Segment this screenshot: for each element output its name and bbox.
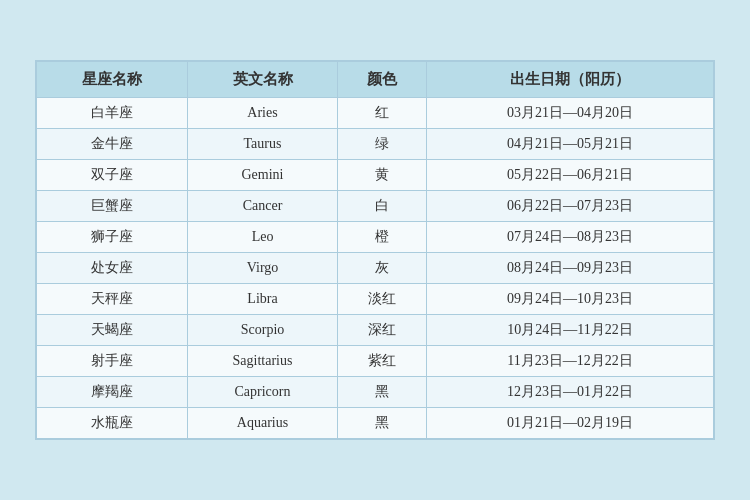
table-row: 摩羯座Capricorn黑12月23日—01月22日 (37, 377, 714, 408)
col-header-dates: 出生日期（阳历） (427, 62, 714, 98)
table-row: 巨蟹座Cancer白06月22日—07月23日 (37, 191, 714, 222)
table-row: 处女座Virgo灰08月24日—09月23日 (37, 253, 714, 284)
cell-zh: 射手座 (37, 346, 188, 377)
cell-dates: 09月24日—10月23日 (427, 284, 714, 315)
cell-dates: 04月21日—05月21日 (427, 129, 714, 160)
table-row: 白羊座Aries红03月21日—04月20日 (37, 98, 714, 129)
cell-en: Gemini (187, 160, 338, 191)
cell-dates: 08月24日—09月23日 (427, 253, 714, 284)
cell-zh: 天蝎座 (37, 315, 188, 346)
table-row: 狮子座Leo橙07月24日—08月23日 (37, 222, 714, 253)
cell-en: Sagittarius (187, 346, 338, 377)
cell-en: Leo (187, 222, 338, 253)
cell-zh: 双子座 (37, 160, 188, 191)
table-header-row: 星座名称 英文名称 颜色 出生日期（阳历） (37, 62, 714, 98)
table-row: 金牛座Taurus绿04月21日—05月21日 (37, 129, 714, 160)
cell-zh: 狮子座 (37, 222, 188, 253)
cell-color: 黑 (338, 377, 427, 408)
col-header-zh: 星座名称 (37, 62, 188, 98)
cell-en: Aquarius (187, 408, 338, 439)
cell-dates: 12月23日—01月22日 (427, 377, 714, 408)
cell-zh: 水瓶座 (37, 408, 188, 439)
cell-dates: 01月21日—02月19日 (427, 408, 714, 439)
table-row: 射手座Sagittarius紫红11月23日—12月22日 (37, 346, 714, 377)
table-row: 水瓶座Aquarius黑01月21日—02月19日 (37, 408, 714, 439)
cell-zh: 天秤座 (37, 284, 188, 315)
table-row: 双子座Gemini黄05月22日—06月21日 (37, 160, 714, 191)
cell-zh: 摩羯座 (37, 377, 188, 408)
cell-zh: 处女座 (37, 253, 188, 284)
cell-dates: 06月22日—07月23日 (427, 191, 714, 222)
cell-zh: 白羊座 (37, 98, 188, 129)
cell-color: 黄 (338, 160, 427, 191)
cell-zh: 金牛座 (37, 129, 188, 160)
cell-en: Capricorn (187, 377, 338, 408)
table-row: 天蝎座Scorpio深红10月24日—11月22日 (37, 315, 714, 346)
cell-color: 绿 (338, 129, 427, 160)
cell-zh: 巨蟹座 (37, 191, 188, 222)
col-header-color: 颜色 (338, 62, 427, 98)
cell-color: 红 (338, 98, 427, 129)
cell-color: 橙 (338, 222, 427, 253)
cell-color: 淡红 (338, 284, 427, 315)
cell-color: 深红 (338, 315, 427, 346)
cell-dates: 10月24日—11月22日 (427, 315, 714, 346)
cell-en: Taurus (187, 129, 338, 160)
cell-en: Cancer (187, 191, 338, 222)
cell-color: 紫红 (338, 346, 427, 377)
cell-en: Libra (187, 284, 338, 315)
cell-dates: 07月24日—08月23日 (427, 222, 714, 253)
cell-dates: 11月23日—12月22日 (427, 346, 714, 377)
table-row: 天秤座Libra淡红09月24日—10月23日 (37, 284, 714, 315)
cell-dates: 03月21日—04月20日 (427, 98, 714, 129)
zodiac-table: 星座名称 英文名称 颜色 出生日期（阳历） 白羊座Aries红03月21日—04… (36, 61, 714, 439)
cell-en: Aries (187, 98, 338, 129)
zodiac-table-container: 星座名称 英文名称 颜色 出生日期（阳历） 白羊座Aries红03月21日—04… (35, 60, 715, 440)
cell-color: 白 (338, 191, 427, 222)
table-body: 白羊座Aries红03月21日—04月20日金牛座Taurus绿04月21日—0… (37, 98, 714, 439)
cell-en: Virgo (187, 253, 338, 284)
cell-color: 黑 (338, 408, 427, 439)
cell-en: Scorpio (187, 315, 338, 346)
col-header-en: 英文名称 (187, 62, 338, 98)
cell-dates: 05月22日—06月21日 (427, 160, 714, 191)
cell-color: 灰 (338, 253, 427, 284)
